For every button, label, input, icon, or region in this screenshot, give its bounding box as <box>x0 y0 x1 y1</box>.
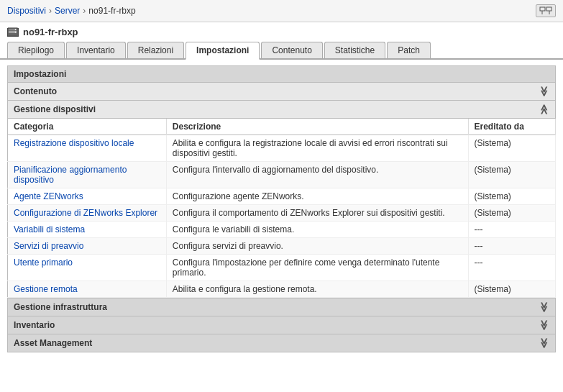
breadcrumb-sep-2: › <box>83 6 86 16</box>
collapse-infrastruttura-icon[interactable] <box>539 301 549 313</box>
ereditato-cell: (Sistema) <box>468 162 556 188</box>
categoria-link[interactable]: Registrazione dispositivo locale <box>14 138 134 148</box>
ereditato-cell: (Sistema) <box>468 135 556 162</box>
tabs-bar: Riepilogo Inventario Relazioni Impostazi… <box>0 39 563 60</box>
descrizione-cell: Abilita e configura la registrazione loc… <box>166 135 468 162</box>
table-header-row: Categoria Descrizione Ereditato da <box>8 119 556 135</box>
main-content: Impostazioni Contenuto Gestione disposit… <box>0 60 563 358</box>
settings-icon[interactable] <box>536 4 556 17</box>
table-row: Pianificazione aggiornamento dispositivo… <box>8 162 556 188</box>
tab-relazioni[interactable]: Relazioni <box>127 42 184 58</box>
col-header-categoria: Categoria <box>8 119 167 135</box>
categoria-link[interactable]: Variabili di sistema <box>14 224 85 234</box>
breadcrumb-sep-1: › <box>49 6 52 16</box>
breadcrumb-link-dispositivi[interactable]: Dispositivi <box>7 6 46 16</box>
tab-inventario[interactable]: Inventario <box>66 42 126 58</box>
categoria-link[interactable]: Pianificazione aggiornamento dispositivo <box>14 165 127 185</box>
descrizione-cell: Configura il comportamento di ZENworks E… <box>166 205 468 222</box>
section-gestione-dispositivi[interactable]: Gestione dispositivi <box>7 101 556 119</box>
table-row: Registrazione dispositivo localeAbilita … <box>8 135 556 162</box>
tab-riepilogo[interactable]: Riepilogo <box>7 42 65 58</box>
ereditato-cell: --- <box>468 238 556 255</box>
categoria-link[interactable]: Servizi di preavvio <box>14 241 83 251</box>
section-inventario-label: Inventario <box>14 320 55 330</box>
descrizione-cell: Abilita e configura la gestione remota. <box>166 281 468 298</box>
breadcrumb-bar: Dispositivi › Server › no91-fr-rbxp <box>0 0 563 22</box>
section-impostazioni-label: Impostazioni <box>14 69 66 79</box>
categoria-link[interactable]: Agente ZENworks <box>14 191 83 201</box>
collapse-asset-icon[interactable] <box>539 337 549 349</box>
table-row: Variabili di sistemaConfigura le variabi… <box>8 222 556 238</box>
ereditato-cell: (Sistema) <box>468 205 556 222</box>
ereditato-cell: (Sistema) <box>468 281 556 298</box>
tab-impostazioni[interactable]: Impostazioni <box>186 42 260 60</box>
collapse-inventario-icon[interactable] <box>539 319 549 331</box>
table-row: Utente primarioConfigura l'impostazione … <box>8 255 556 281</box>
section-gestione-dispositivi-label: Gestione dispositivi <box>14 104 96 114</box>
descrizione-cell: Configura l'impostazione per definire co… <box>166 255 468 281</box>
breadcrumb-link-server[interactable]: Server <box>55 6 80 16</box>
table-row: Agente ZENworksConfigurazione agente ZEN… <box>8 188 556 205</box>
breadcrumb: Dispositivi › Server › no91-fr-rbxp <box>7 6 136 16</box>
section-contenuto[interactable]: Contenuto <box>7 83 556 101</box>
svg-rect-0 <box>540 7 545 11</box>
tab-patch[interactable]: Patch <box>387 42 431 58</box>
categoria-link[interactable]: Gestione remota <box>14 284 78 294</box>
device-header: no91-fr-rbxp <box>0 22 563 39</box>
section-impostazioni: Impostazioni <box>7 65 556 83</box>
tab-statistiche[interactable]: Statistiche <box>324 42 385 58</box>
settings-table: Categoria Descrizione Ereditato da Regis… <box>7 119 556 298</box>
device-name: no91-fr-rbxp <box>23 27 78 37</box>
section-inventario[interactable]: Inventario <box>8 316 555 334</box>
collapse-contenuto-icon[interactable] <box>539 86 549 97</box>
device-server-icon <box>7 28 19 37</box>
descrizione-cell: Configurazione agente ZENworks. <box>166 188 468 205</box>
svg-point-7 <box>15 29 17 30</box>
table-row: Gestione remotaAbilita e configura la ge… <box>8 281 556 298</box>
svg-point-8 <box>15 32 17 33</box>
table-row: Servizi di preavvioConfigura servizi di … <box>8 238 556 255</box>
expand-gestione-dispositivi-icon[interactable] <box>539 104 549 115</box>
descrizione-cell: Configura servizi di preavvio. <box>166 238 468 255</box>
section-gestione-infrastruttura-label: Gestione infrastruttura <box>14 302 107 312</box>
categoria-link[interactable]: Configurazione di ZENworks Explorer <box>14 208 157 218</box>
svg-rect-1 <box>546 7 551 11</box>
categoria-link[interactable]: Utente primario <box>14 257 73 268</box>
breadcrumb-current: no91-fr-rbxp <box>88 6 135 16</box>
col-header-descrizione: Descrizione <box>166 119 468 135</box>
col-header-ereditato: Ereditato da <box>468 119 556 135</box>
descrizione-cell: Configura l'intervallo di aggiornamento … <box>166 162 468 188</box>
section-gestione-infrastruttura[interactable]: Gestione infrastruttura <box>8 298 555 316</box>
table-row: Configurazione di ZENworks ExplorerConfi… <box>8 205 556 222</box>
descrizione-cell: Configura le variabili di sistema. <box>166 222 468 238</box>
ereditato-cell: (Sistema) <box>468 188 556 205</box>
section-asset-management[interactable]: Asset Management <box>8 334 555 352</box>
tab-contenuto[interactable]: Contenuto <box>261 42 322 58</box>
ereditato-cell: --- <box>468 222 556 238</box>
section-asset-management-label: Asset Management <box>14 338 92 348</box>
ereditato-cell: --- <box>468 255 556 281</box>
section-contenuto-label: Contenuto <box>14 86 57 96</box>
bottom-sections: Gestione infrastruttura Inventario Asset… <box>7 298 556 352</box>
